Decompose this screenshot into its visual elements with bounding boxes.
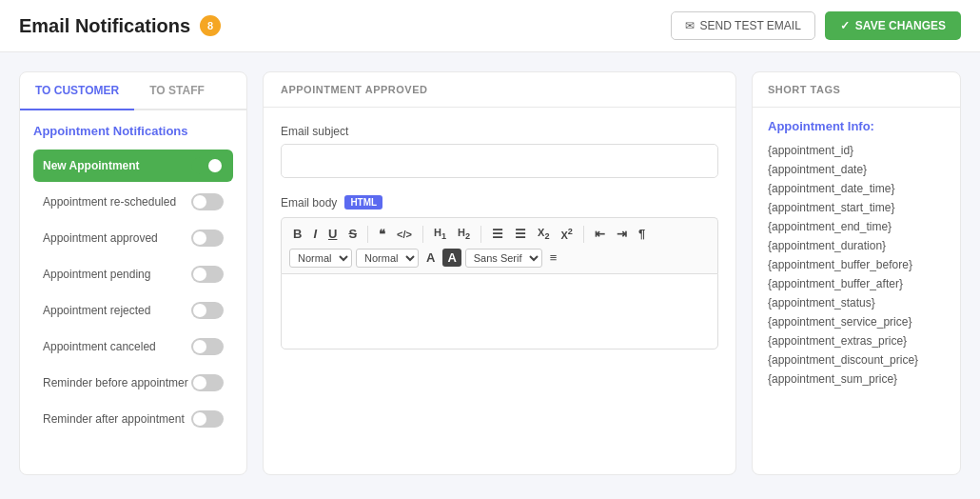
header-left: Email Notifications 8 — [19, 15, 221, 37]
italic-button[interactable]: I — [309, 224, 321, 244]
tag-appointment-date-time[interactable]: {appointment_date_time} — [768, 179, 945, 198]
tag-appointment-buffer-before[interactable]: {appointment_buffer_before} — [768, 255, 945, 274]
font-color-button[interactable]: A — [422, 248, 439, 268]
menu-item-rejected[interactable]: Appointment rejected — [33, 294, 233, 327]
email-body-editor[interactable] — [281, 273, 718, 349]
send-test-email-button[interactable]: ✉ SEND TEST EMAIL — [671, 11, 815, 40]
middle-panel-content: Email subject Email body HTML B I U S ❝ … — [264, 108, 735, 367]
toggle-canceled[interactable] — [191, 338, 224, 355]
email-icon: ✉ — [685, 19, 695, 32]
format-select[interactable]: Normal — [289, 249, 352, 268]
tab-to-staff[interactable]: TO STAFF — [134, 72, 220, 110]
tag-appointment-service-price[interactable]: {appointment_service_price} — [768, 312, 945, 331]
toggle-reminder-after[interactable] — [191, 410, 224, 428]
subscript-button[interactable]: X2 — [534, 224, 553, 244]
tab-bar: TO CUSTOMER TO STAFF — [20, 72, 246, 110]
toggle-pending[interactable] — [191, 266, 224, 283]
menu-item-new-appointment[interactable]: New Appointment — [33, 150, 233, 182]
divider-3 — [480, 226, 481, 243]
underline-button[interactable]: U — [324, 224, 341, 244]
tag-appointment-buffer-after[interactable]: {appointment_buffer_after} — [768, 274, 945, 293]
email-subject-label: Email subject — [281, 125, 718, 138]
main-content: TO CUSTOMER TO STAFF Appointment Notific… — [0, 52, 980, 494]
tag-appointment-discount-price[interactable]: {appointment_discount_price} — [768, 350, 945, 369]
email-body-text: Email body — [281, 196, 337, 210]
left-panel: TO CUSTOMER TO STAFF Appointment Notific… — [19, 71, 247, 475]
divider-1 — [367, 226, 368, 243]
h1-button[interactable]: H1 — [430, 224, 450, 244]
tag-appointment-date[interactable]: {appointment_date} — [768, 160, 945, 179]
editor-toolbar: B I U S ❝ </> H1 H2 ☰ ☰ X2 X2 ⇤ ⇥ ¶ — [281, 217, 718, 273]
notification-badge: 8 — [200, 15, 221, 36]
toggle-rescheduled[interactable] — [191, 193, 224, 210]
email-subject-input[interactable] — [281, 144, 718, 178]
short-tags-header: SHORT TAGS — [753, 72, 960, 108]
tag-appointment-start-time[interactable]: {appointment_start_time} — [768, 198, 945, 217]
ordered-list-button[interactable]: ☰ — [511, 224, 530, 244]
superscript-button[interactable]: X2 — [558, 224, 577, 244]
divider-2 — [422, 226, 423, 243]
header-right: ✉ SEND TEST EMAIL ✓ SAVE CHANGES — [671, 11, 961, 40]
tag-appointment-status[interactable]: {appointment_status} — [768, 293, 945, 312]
short-tags-content: Appointment Info: {appointment_id} {appo… — [753, 108, 960, 400]
html-badge: HTML — [344, 195, 382, 210]
menu-item-reminder-after[interactable]: Reminder after appointment — [33, 403, 233, 435]
menu-item-reminder-before[interactable]: Reminder before appointmer — [33, 367, 233, 399]
right-panel: SHORT TAGS Appointment Info: {appointmen… — [752, 71, 961, 475]
toggle-reminder-before[interactable] — [191, 374, 224, 391]
bold-button[interactable]: B — [289, 224, 305, 244]
menu-item-pending[interactable]: Appointment pending — [33, 258, 233, 290]
blockquote-button[interactable]: ❝ — [375, 224, 389, 244]
app-header: Email Notifications 8 ✉ SEND TEST EMAIL … — [0, 0, 980, 52]
tab-to-customer[interactable]: TO CUSTOMER — [20, 72, 134, 110]
code-button[interactable]: </> — [393, 226, 416, 243]
check-icon: ✓ — [840, 19, 850, 32]
tag-appointment-end-time[interactable]: {appointment_end_time} — [768, 217, 945, 236]
middle-panel: APPOINTMENT APPROVED Email subject Email… — [263, 71, 736, 475]
tag-appointment-extras-price[interactable]: {appointment_extras_price} — [768, 331, 945, 350]
indent-left-button[interactable]: ⇤ — [591, 224, 609, 244]
appointment-notifications-title: Appointment Notifications — [33, 124, 233, 138]
tag-appointment-id[interactable]: {appointment_id} — [768, 141, 945, 160]
left-panel-content: Appointment Notifications New Appointmen… — [20, 110, 246, 452]
save-changes-button[interactable]: ✓ SAVE CHANGES — [825, 11, 961, 40]
font-background-button[interactable]: A — [442, 249, 461, 267]
toggle-approved[interactable] — [191, 230, 224, 247]
menu-item-rescheduled[interactable]: Appointment re-scheduled — [33, 186, 233, 218]
divider-4 — [583, 226, 584, 243]
tag-appointment-duration[interactable]: {appointment_duration} — [768, 236, 945, 255]
page-title: Email Notifications — [19, 15, 190, 37]
email-body-label-row: Email body HTML — [281, 195, 718, 210]
menu-item-approved[interactable]: Appointment approved — [33, 222, 233, 254]
indent-right-button[interactable]: ⇥ — [613, 224, 631, 244]
toggle-rejected[interactable] — [191, 302, 224, 319]
size-select[interactable]: Normal — [356, 249, 419, 268]
toggle-new-appointment[interactable] — [191, 157, 224, 174]
appointment-info-title: Appointment Info: — [768, 119, 945, 133]
align-button[interactable]: ≡ — [546, 248, 561, 268]
h2-button[interactable]: H2 — [454, 224, 474, 244]
unordered-list-button[interactable]: ☰ — [488, 224, 507, 244]
middle-panel-header: APPOINTMENT APPROVED — [264, 72, 735, 108]
strikethrough-button[interactable]: S — [344, 224, 361, 244]
tag-appointment-sum-price[interactable]: {appointment_sum_price} — [768, 369, 945, 389]
font-select[interactable]: Sans Serif — [465, 249, 542, 268]
paragraph-button[interactable]: ¶ — [635, 224, 649, 244]
menu-item-canceled[interactable]: Appointment canceled — [33, 330, 233, 363]
